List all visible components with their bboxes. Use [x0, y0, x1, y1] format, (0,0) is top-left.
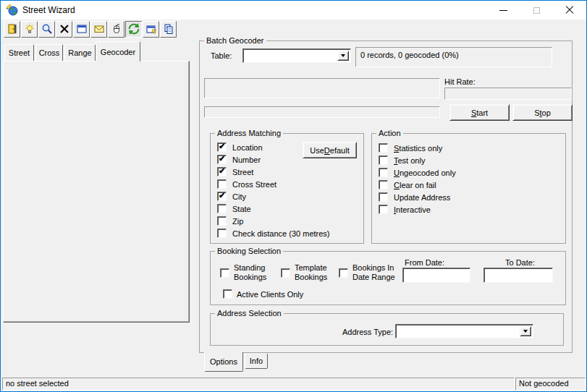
titlebar: Street Wizard [1, 1, 586, 20]
tab-info[interactable]: Info [245, 354, 268, 369]
chevron-down-icon [523, 330, 528, 333]
progress-panel-1 [204, 78, 440, 98]
checkbox-test-only[interactable] [379, 155, 388, 165]
checkbox-interactive-label[interactable]: Interactive [394, 205, 431, 215]
check-icon: ✔ [219, 191, 225, 200]
toolbar-button-hint[interactable] [21, 21, 38, 38]
toolbar-button-exit[interactable] [4, 21, 20, 38]
address-type-dropdown-button[interactable] [520, 326, 531, 336]
action-group-label: Action [376, 129, 403, 138]
from-date-label: From Date: [405, 258, 444, 268]
toolbar-button-sync[interactable] [125, 21, 142, 38]
checkbox-zip[interactable] [217, 216, 227, 226]
close-icon [565, 6, 574, 14]
checkbox-active-clients-only[interactable] [223, 289, 232, 299]
copy-icon [163, 23, 174, 36]
window-title: Street Wizard [22, 5, 75, 15]
table-dropdown-button[interactable] [337, 51, 349, 61]
sync-icon [128, 23, 140, 36]
toolbar-button-delete[interactable] [56, 21, 72, 38]
zoom-icon [41, 23, 53, 36]
checkbox-clear-on-fail-label[interactable]: Clear on fail [394, 181, 436, 190]
hit-rate-field [444, 88, 572, 100]
maximize-icon [533, 7, 540, 14]
checkbox-update-address[interactable] [379, 192, 388, 202]
checkbox-city[interactable]: ✔ [217, 192, 227, 201]
checkbox-bookings-in-date-range-label[interactable]: Bookings In Date Range [352, 263, 400, 282]
tab-street[interactable]: Street [4, 44, 34, 61]
checkbox-statistics-only[interactable] [379, 143, 388, 153]
checkbox-active-clients-only-label[interactable]: Active Clients Only [237, 290, 303, 299]
checkbox-check-distance-label[interactable]: Check distance (30 metres) [232, 229, 330, 239]
close-button[interactable] [553, 1, 586, 20]
address-type-label: Address Type: [342, 328, 393, 337]
stop-button[interactable]: Stop [512, 104, 573, 121]
checkbox-zip-label[interactable]: Zip [232, 217, 243, 226]
checkbox-template-bookings[interactable] [281, 268, 290, 278]
delete-x-icon [59, 23, 70, 36]
check-icon: ✔ [219, 142, 225, 151]
checkbox-clear-on-fail[interactable] [379, 180, 388, 189]
toolbar-button-mouse[interactable] [108, 21, 124, 38]
checkbox-ungeocoded-only-label[interactable]: Ungeocoded only [394, 169, 456, 178]
checkbox-number-label[interactable]: Number [232, 155, 261, 165]
from-date-input[interactable] [402, 268, 470, 283]
lightbulb-icon [24, 23, 35, 36]
maximize-button[interactable] [520, 1, 553, 20]
start-button[interactable]: Start [449, 104, 510, 121]
tab-range[interactable]: Range [64, 44, 96, 61]
booking-selection-group-label: Booking Selection [215, 247, 283, 256]
toolbar-button-zoom[interactable] [38, 21, 55, 38]
mail-icon [93, 23, 105, 36]
status-bar-right: Not geocoded [515, 378, 586, 391]
checkbox-standing-bookings-label[interactable]: Standing Bookings [234, 263, 276, 282]
checkbox-state-label[interactable]: State [232, 205, 251, 214]
checkbox-location[interactable]: ✔ [217, 142, 227, 152]
checkbox-ungeocoded-only[interactable] [379, 168, 388, 177]
street-wizard-window: Street Wizard Street Cross Range Geocode… [0, 0, 587, 392]
tab-options[interactable]: Options [204, 352, 243, 372]
check-icon: ✔ [219, 166, 225, 176]
hit-rate-label: Hit Rate: [444, 77, 476, 87]
properties-icon [145, 23, 157, 36]
checkbox-location-label[interactable]: Location [232, 143, 263, 153]
checkbox-city-label[interactable]: City [232, 192, 246, 202]
checkbox-street-label[interactable]: Street [232, 168, 253, 177]
chevron-down-icon [341, 54, 345, 57]
checkbox-statistics-only-label[interactable]: Statistics only [394, 144, 442, 153]
to-date-label: To Date: [505, 258, 535, 268]
toolbar-button-mail[interactable] [90, 21, 107, 38]
address-type-combobox[interactable] [395, 324, 533, 338]
records-status-panel: 0 records, 0 geocoded (0%) [355, 47, 552, 67]
to-date-input[interactable] [483, 268, 553, 283]
tab-cross[interactable]: Cross [35, 44, 63, 61]
geocoder-tab-page [3, 61, 190, 323]
checkbox-state[interactable] [217, 204, 227, 213]
checkbox-template-bookings-label[interactable]: Template Bookings [295, 263, 337, 282]
checkbox-street[interactable]: ✔ [217, 167, 227, 176]
checkbox-cross-street-label[interactable]: Cross Street [232, 180, 276, 189]
status-bar-left: no street selected [2, 378, 515, 391]
toolbar-button-new-window[interactable] [73, 21, 90, 38]
checkbox-standing-bookings[interactable] [220, 268, 229, 278]
table-label: Table: [211, 51, 232, 61]
checkbox-number[interactable]: ✔ [217, 155, 227, 164]
tab-geocoder[interactable]: Geocoder [96, 41, 140, 61]
use-default-button[interactable]: UseDefault [303, 142, 357, 158]
checkbox-bookings-in-date-range[interactable] [339, 268, 348, 278]
checkbox-update-address-label[interactable]: Update Address [394, 193, 450, 203]
table-combobox[interactable] [242, 48, 351, 63]
app-globe-pencil-icon [7, 4, 18, 16]
check-icon: ✔ [219, 154, 225, 163]
minimize-button[interactable] [486, 1, 520, 20]
checkbox-interactive[interactable] [379, 205, 388, 214]
checkbox-test-only-label[interactable]: Test only [394, 156, 425, 166]
address-matching-group-label: Address Matching [215, 129, 283, 138]
progress-panel-2 [204, 106, 440, 118]
exit-door-icon [7, 23, 18, 36]
toolbar-button-copy[interactable] [160, 21, 177, 38]
checkbox-cross-street[interactable] [217, 179, 227, 189]
minimize-icon [499, 10, 507, 11]
checkbox-check-distance[interactable] [217, 229, 227, 238]
toolbar-button-properties[interactable] [143, 21, 159, 38]
